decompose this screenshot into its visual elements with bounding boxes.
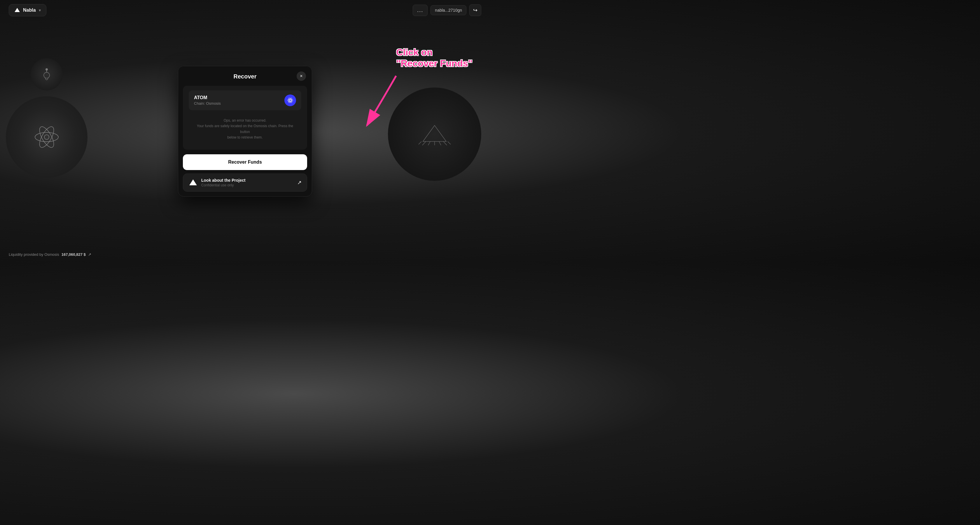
- recover-modal: Recover × ATOM Chain: Osmosis: [178, 66, 312, 197]
- atom-token-icon: [287, 97, 294, 104]
- token-icon: [285, 94, 296, 106]
- modal-overlay: Recover × ATOM Chain: Osmosis: [0, 0, 490, 262]
- token-row: ATOM Chain: Osmosis: [189, 91, 301, 110]
- error-message: Ops, an error has occurred. Your funds a…: [189, 115, 301, 145]
- modal-close-button[interactable]: ×: [297, 72, 306, 81]
- token-info: ATOM Chain: Osmosis: [194, 95, 221, 106]
- project-link-left: Look about the Project Confidential use …: [188, 178, 246, 187]
- project-link-title: Look about the Project: [201, 178, 246, 183]
- project-link[interactable]: Look about the Project Confidential use …: [183, 173, 307, 192]
- token-name: ATOM: [194, 95, 221, 100]
- project-link-info: Look about the Project Confidential use …: [201, 178, 246, 187]
- modal-header: Recover ×: [178, 66, 312, 86]
- modal-body: ATOM Chain: Osmosis Ops, an error has oc…: [183, 86, 307, 150]
- svg-point-17: [290, 99, 291, 101]
- svg-marker-21: [189, 180, 197, 186]
- token-chain: Chain: Osmosis: [194, 101, 221, 106]
- modal-footer: Recover Funds Look about the Project Con…: [178, 150, 312, 196]
- project-link-subtitle: Confidential use only: [201, 183, 246, 187]
- external-link-icon: ↗: [297, 180, 302, 186]
- recover-funds-button[interactable]: Recover Funds: [183, 154, 307, 170]
- project-link-logo-icon: [188, 178, 198, 187]
- modal-title: Recover: [234, 73, 257, 80]
